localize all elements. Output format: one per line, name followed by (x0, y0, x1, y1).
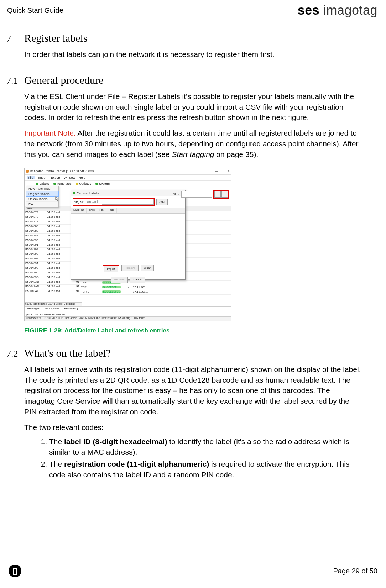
important-note-label: Important Note: (24, 129, 76, 137)
window-minimize-button[interactable]: — (215, 169, 218, 173)
remove-button[interactable]: Remove (121, 265, 139, 271)
brand-light: imagotag (319, 3, 377, 17)
codes-list: The label ID (8-digit hexadecimal) to id… (24, 436, 361, 480)
status-bar: Connected to 10.17.31.200:8001; User: ad… (25, 316, 231, 321)
table-row[interactable]: TER...SUCCESSFUL-17.11.201... (80, 285, 231, 290)
bottom-panel: Messages Task Queue Problems (0) [15:17:… (25, 306, 231, 321)
section72-para2: The two relevant codes: (24, 422, 361, 433)
section-number-72: 7.2 (6, 348, 24, 359)
footer-logo: [] (9, 565, 21, 577)
important-note-italic: Start tagging (172, 150, 214, 158)
filter-input[interactable] (181, 191, 212, 198)
menu-bar: File Import Export Window Help (25, 175, 231, 181)
file-menu-exit[interactable]: Exit (26, 202, 58, 207)
toolbar-right: Filter: (173, 190, 229, 199)
import-highlight: Import (103, 265, 119, 273)
bottom-tab-taskqueue[interactable]: Task Queue (42, 307, 62, 312)
menu-export[interactable]: Export (51, 176, 60, 179)
tab-system[interactable]: System (95, 182, 110, 185)
register-labels-dialog: Register Labels × Registration Code: Add… (71, 190, 186, 280)
menu-import[interactable]: Import (38, 176, 48, 179)
window-titlebar: imagotag Control Center [10.17.31.200:80… (25, 168, 231, 175)
tab-labels[interactable]: Labels (36, 182, 49, 185)
bottom-tab-messages[interactable]: Messages (25, 307, 42, 312)
file-menu-dropdown: New matchings Register labels Unlock lab… (26, 186, 59, 208)
menu-help[interactable]: Help (79, 176, 85, 179)
section-title-71: General procedure (24, 74, 103, 86)
figure-caption: FIGURE 1-29: Add/Delete Label and refres… (24, 327, 361, 334)
section-title-7: Register labels (24, 32, 87, 44)
list-item-1: The label ID (8-digit hexadecimal) to id… (49, 436, 361, 458)
add-button[interactable]: Add (156, 199, 168, 205)
clear-button[interactable]: Clear (141, 265, 154, 271)
brand-logo: ses imagotag (298, 3, 377, 18)
cursor-icon (55, 196, 59, 201)
register-button[interactable]: Register (111, 277, 128, 283)
section-number-71: 7.1 (6, 75, 24, 86)
table-row[interactable]: B50048AEG1 2.6 red91 (25, 289, 80, 294)
section-number-7: 7 (6, 33, 24, 44)
file-menu-new-matchings[interactable]: New matchings (26, 186, 58, 191)
tab-templates[interactable]: Templates (53, 182, 72, 185)
import-button[interactable]: Import (104, 266, 118, 272)
dialog-table-body (71, 214, 185, 263)
tab-updates[interactable]: Updates (76, 182, 92, 185)
brand-bold: ses (298, 3, 320, 17)
bottom-tab-problems[interactable]: Problems (0) (62, 307, 83, 312)
section-title-72: What's on the label? (24, 347, 111, 359)
refresh-all-button[interactable] (221, 191, 228, 198)
screenshot-figure: imagotag Control Center [10.17.31.200:80… (24, 168, 231, 321)
section71-para1: Via the ESL Client under File – Register… (24, 91, 361, 123)
section7-intro: In order that labels can join the networ… (24, 49, 361, 60)
section72-para1: All labels will arrive with its registra… (24, 364, 361, 417)
dh-type: Type (87, 208, 97, 213)
section71-note: Important Note: After the registration i… (24, 128, 361, 159)
dh-labelid: Label ID (71, 208, 87, 213)
dh-tags: Tags (106, 208, 117, 213)
reg-code-input[interactable] (102, 199, 154, 205)
list-item-2: The registration code (11-digit alphanum… (49, 459, 361, 480)
menu-window[interactable]: Window (64, 176, 75, 179)
dh-pin: Pin (97, 208, 106, 213)
refresh-buttons-highlight (213, 190, 229, 199)
page-number: Page 29 of 50 (333, 567, 377, 575)
reg-code-label: Registration Code: (74, 200, 100, 204)
doc-title: Quick Start Guide (7, 6, 63, 15)
reg-code-highlight: Registration Code: (73, 198, 155, 206)
app-icon (26, 170, 29, 173)
file-menu-unlock-labels[interactable]: Unlock labels (26, 196, 58, 202)
dialog-icon (73, 192, 75, 194)
window-close-button[interactable]: × (228, 169, 230, 173)
dialog-title: Register Labels (77, 191, 99, 195)
file-menu-register-labels[interactable]: Register labels (26, 191, 59, 197)
table-row[interactable]: B50048ADG1 2.6 red91 (25, 285, 80, 289)
refresh-button[interactable] (214, 191, 221, 198)
cancel-button[interactable]: Cancel (130, 277, 145, 283)
table-row[interactable]: TER...SUCCESSFUL-17.11.201... (80, 290, 231, 295)
window-title: imagotag Control Center [10.17.31.200:80… (30, 169, 95, 173)
filter-label: Filter: (173, 193, 180, 196)
dialog-table-header: Label ID Type Pin Tags (71, 208, 185, 214)
important-note-tail: on page 35). (214, 150, 259, 158)
menu-file[interactable]: File (27, 176, 35, 179)
window-maximize-button[interactable]: □ (222, 169, 224, 173)
